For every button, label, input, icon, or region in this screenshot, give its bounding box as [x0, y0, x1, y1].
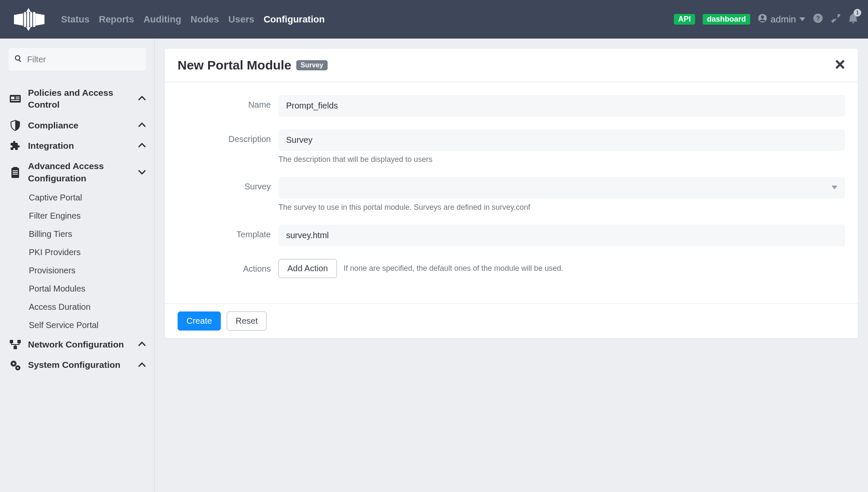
svg-rect-22: [13, 167, 17, 169]
svg-text:?: ?: [816, 14, 820, 22]
svg-point-32: [17, 367, 19, 369]
sidebar-sublist-advanced: Captive Portal Filter Engines Billing Ti…: [8, 189, 146, 334]
svg-point-30: [13, 362, 15, 364]
svg-rect-3: [27, 12, 29, 27]
app-logo: [10, 8, 48, 31]
svg-rect-23: [13, 170, 18, 171]
help-survey: The survey to use in this portal module.…: [278, 203, 845, 212]
sidebar-group-label: Policies and Access Control: [28, 87, 132, 111]
label-survey: Survey: [178, 177, 278, 192]
label-actions: Actions: [178, 259, 278, 274]
help-description: The description that will be displayed t…: [278, 155, 845, 164]
gears-icon: [8, 360, 22, 371]
sidebar-group-label: Advanced Access Configuration: [28, 160, 132, 184]
svg-marker-7: [26, 27, 31, 31]
puzzle-icon: [8, 141, 22, 151]
filter-input[interactable]: [22, 55, 140, 64]
sidebar-item-filter-engines[interactable]: Filter Engines: [29, 207, 146, 225]
nav-users[interactable]: Users: [228, 14, 254, 25]
id-card-icon: [8, 94, 22, 103]
svg-rect-18: [11, 100, 19, 101]
sidebar-group-system[interactable]: System Configuration: [8, 355, 146, 375]
svg-point-13: [837, 14, 840, 17]
svg-marker-1: [35, 13, 45, 25]
sidebar-item-portal-modules[interactable]: Portal Modules: [29, 280, 146, 298]
sidebar-item-access-duration[interactable]: Access Duration: [29, 298, 146, 316]
svg-marker-6: [26, 8, 31, 12]
svg-rect-17: [11, 97, 14, 99]
nav-auditing[interactable]: Auditing: [143, 14, 181, 25]
create-button[interactable]: Create: [178, 311, 221, 331]
svg-rect-19: [16, 97, 19, 97]
sidebar-item-captive-portal[interactable]: Captive Portal: [29, 189, 146, 207]
search-icon: [14, 55, 22, 64]
sidebar-group-label: Integration: [28, 140, 132, 152]
content-area: New Portal Module Survey Name Descripti: [155, 39, 868, 492]
svg-rect-20: [16, 98, 19, 99]
sidebar-item-self-service[interactable]: Self Service Portal: [29, 316, 146, 334]
label-template: Template: [178, 225, 278, 239]
svg-rect-5: [33, 12, 35, 27]
chevron-down-icon: [138, 169, 146, 176]
user-name: admin: [771, 14, 796, 25]
chevron-up-icon: [138, 122, 146, 129]
svg-rect-4: [30, 12, 32, 27]
reset-button[interactable]: Reset: [227, 311, 267, 331]
close-button[interactable]: [835, 58, 845, 72]
help-actions: If none are specified, the default ones …: [344, 264, 563, 273]
user-menu[interactable]: admin: [758, 14, 805, 25]
sidebar-group-compliance[interactable]: Compliance: [8, 115, 146, 136]
add-action-button[interactable]: Add Action: [278, 259, 337, 278]
network-icon: [8, 340, 22, 349]
svg-marker-10: [799, 17, 805, 21]
sidebar-item-billing-tiers[interactable]: Billing Tiers: [29, 225, 146, 243]
top-bar: Status Reports Auditing Nodes Users Conf…: [0, 0, 868, 39]
nav-configuration[interactable]: Configuration: [264, 14, 325, 25]
nav-reports[interactable]: Reports: [99, 14, 134, 25]
chevron-down-icon: [799, 13, 805, 24]
card-footer: Create Reset: [165, 303, 858, 338]
svg-rect-27: [17, 340, 21, 343]
user-icon: [758, 14, 767, 25]
sidebar-group-advanced-access[interactable]: Advanced Access Configuration: [8, 156, 146, 189]
svg-marker-35: [832, 186, 837, 189]
svg-rect-28: [14, 346, 17, 349]
svg-rect-15: [19, 59, 21, 62]
bell-icon[interactable]: 1: [849, 13, 858, 26]
sidebar-group-label: Network Configuration: [28, 339, 132, 350]
notification-badge: 1: [854, 9, 861, 17]
filter-box[interactable]: [8, 48, 146, 71]
svg-rect-25: [13, 174, 18, 175]
chevron-up-icon: [138, 361, 146, 369]
help-icon[interactable]: ?: [813, 13, 823, 26]
svg-rect-24: [13, 172, 18, 173]
sidebar-item-pki-providers[interactable]: PKI Providers: [29, 243, 146, 261]
chevron-up-icon: [138, 95, 146, 103]
top-nav: Status Reports Auditing Nodes Users Conf…: [61, 14, 325, 25]
nav-nodes[interactable]: Nodes: [191, 14, 219, 25]
svg-rect-2: [24, 12, 26, 27]
survey-select[interactable]: [278, 177, 845, 199]
label-description: Description: [178, 129, 278, 144]
dashboard-tag[interactable]: dashboard: [703, 14, 750, 25]
sidebar-group-label: Compliance: [28, 120, 132, 131]
api-tag[interactable]: API: [674, 14, 695, 25]
label-name: Name: [178, 95, 278, 110]
clipboard-icon: [8, 167, 22, 178]
module-type-chip: Survey: [296, 60, 327, 70]
svg-point-9: [761, 15, 764, 18]
tools-icon[interactable]: [831, 13, 841, 26]
sidebar-item-provisioners[interactable]: Provisioners: [29, 261, 146, 280]
chevron-down-icon: [832, 184, 837, 192]
description-input[interactable]: [278, 129, 845, 151]
card-header: New Portal Module Survey: [165, 49, 858, 82]
sidebar-group-policies[interactable]: Policies and Access Control: [8, 83, 146, 115]
name-input[interactable]: [278, 95, 845, 117]
top-bar-right: API dashboard admin ? 1: [674, 13, 858, 26]
sidebar-group-label: System Configuration: [28, 359, 132, 371]
sidebar-group-network[interactable]: Network Configuration: [8, 334, 146, 355]
chevron-up-icon: [138, 341, 146, 348]
sidebar-group-integration[interactable]: Integration: [8, 136, 146, 156]
template-input[interactable]: [278, 225, 845, 246]
nav-status[interactable]: Status: [61, 14, 89, 25]
